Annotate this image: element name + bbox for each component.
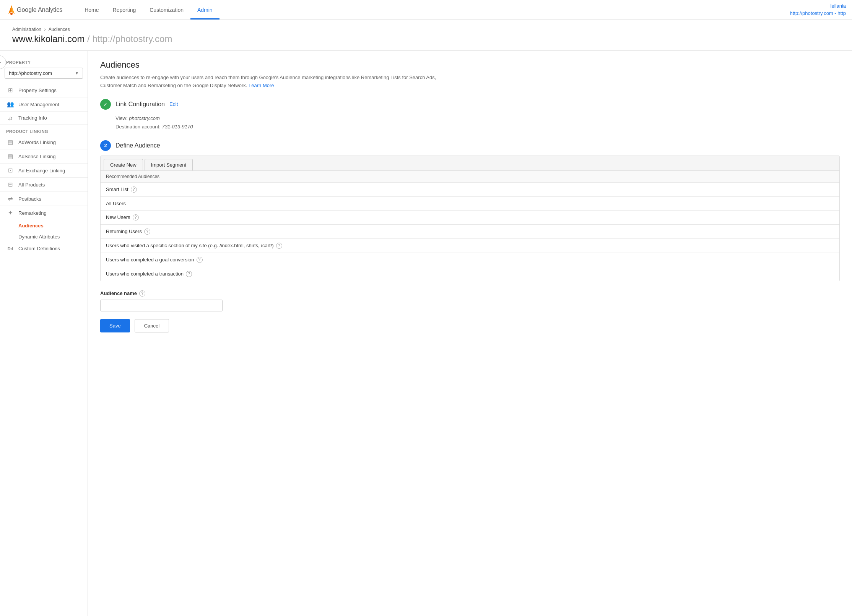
audience-row-all-users[interactable]: All Users xyxy=(101,197,839,211)
sidebar-item-remarketing[interactable]: ✦ Remarketing xyxy=(0,206,88,220)
main-layout: ← PROPERTY http://photostry.com ▼ ⊞ Prop… xyxy=(0,51,852,616)
step1-view: View: photostry.com xyxy=(115,114,840,123)
audience-name-label: Audience name ? xyxy=(100,290,840,297)
step2-section: 2 Define Audience Create New Import Segm… xyxy=(100,140,840,281)
sidebar-item-property-settings[interactable]: ⊞ Property Settings xyxy=(0,83,88,97)
sidebar-item-label: Remarketing xyxy=(18,210,47,216)
ad-exchange-icon: ⊡ xyxy=(6,167,15,174)
logo: Google Analytics xyxy=(6,5,62,15)
header: Google Analytics Home Reporting Customiz… xyxy=(0,0,852,20)
postbacks-icon: ⇌ xyxy=(6,195,15,202)
content-description: Create audiences to re-engage with your … xyxy=(100,74,444,90)
sidebar-item-ad-exchange[interactable]: ⊡ Ad Exchange Linking xyxy=(0,164,88,178)
step1-dest-label: Destination account: xyxy=(115,124,161,130)
property-settings-icon: ⊞ xyxy=(6,87,15,94)
sidebar-item-tracking-info[interactable]: .js Tracking Info xyxy=(0,112,88,125)
audience-row-visited-section[interactable]: Users who visited a specific section of … xyxy=(101,239,839,253)
sidebar-item-label: Postbacks xyxy=(18,196,41,202)
nav-admin[interactable]: Admin xyxy=(190,0,220,19)
step1-check-icon: ✓ xyxy=(100,99,111,110)
returning-users-help-icon[interactable]: ? xyxy=(144,229,150,235)
audience-completed-goal-label: Users who completed a goal conversion xyxy=(106,257,194,263)
audience-completed-transaction-label: Users who completed a transaction xyxy=(106,271,184,277)
audience-smart-list-label: Smart List xyxy=(106,186,128,192)
sidebar-item-label: AdSense Linking xyxy=(18,154,56,159)
sidebar-item-postbacks[interactable]: ⇌ Postbacks xyxy=(0,192,88,206)
audience-row-returning-users[interactable]: Returning Users ? xyxy=(101,225,839,239)
audience-name-section: Audience name ? xyxy=(100,290,840,311)
step1-destination: Destination account: 731-013-9170 xyxy=(115,123,840,131)
user-name: leilania xyxy=(790,3,846,10)
app-name: Google Analytics xyxy=(17,6,62,13)
save-button[interactable]: Save xyxy=(100,319,130,332)
breadcrumb-audiences: Audiences xyxy=(49,27,70,32)
svg-marker-1 xyxy=(11,5,15,14)
step1-edit-link[interactable]: Edit xyxy=(169,101,178,107)
nav-home[interactable]: Home xyxy=(78,0,106,19)
sidebar-item-user-management[interactable]: 👥 User Management xyxy=(0,97,88,112)
audience-tabs: Create New Import Segment xyxy=(101,156,839,171)
sidebar-property-label: PROPERTY xyxy=(0,57,88,66)
action-buttons: Save Cancel xyxy=(100,319,840,332)
step2-num-icon: 2 xyxy=(100,140,111,151)
step1-section: ✓ Link Configuration Edit View: photostr… xyxy=(100,99,840,131)
breadcrumb-admin[interactable]: Administration xyxy=(12,27,41,32)
property-dropdown[interactable]: http://photostry.com ▼ xyxy=(5,68,83,79)
step2-title: Define Audience xyxy=(115,142,160,149)
adsense-icon: ▤ xyxy=(6,153,15,160)
sidebar-item-label: Custom Definitions xyxy=(18,246,60,251)
completed-transaction-help-icon[interactable]: ? xyxy=(186,271,192,277)
property-dropdown-value: http://photostry.com xyxy=(9,70,52,76)
page-title-sub: / http://photostry.com xyxy=(87,34,172,44)
sidebar-item-label: AdWords Linking xyxy=(18,139,56,145)
visited-section-help-icon[interactable]: ? xyxy=(276,243,282,249)
audience-row-smart-list[interactable]: Smart List ? xyxy=(101,183,839,197)
step1-title: Link Configuration xyxy=(115,101,165,108)
audience-row-new-users[interactable]: New Users ? xyxy=(101,211,839,225)
nav-customization[interactable]: Customization xyxy=(143,0,190,19)
tab-create-new[interactable]: Create New xyxy=(104,159,143,170)
remarketing-icon: ✦ xyxy=(6,209,15,216)
audience-visited-section-label: Users who visited a specific section of … xyxy=(106,243,274,248)
all-products-icon: ⊟ xyxy=(6,181,15,188)
tab-import-segment[interactable]: Import Segment xyxy=(145,159,193,170)
new-users-help-icon[interactable]: ? xyxy=(133,214,139,220)
step1-view-value: photostry.com xyxy=(129,115,160,121)
user-info: leilania http://photostry.com - http xyxy=(790,3,846,16)
content-area: Audiences Create audiences to re-engage … xyxy=(88,51,852,616)
completed-goal-help-icon[interactable]: ? xyxy=(197,257,203,263)
step1-dest-value: 731-013-9170 xyxy=(162,124,193,130)
sidebar-item-audiences[interactable]: Audiences xyxy=(0,220,88,231)
audience-new-users-label: New Users xyxy=(106,214,130,220)
svg-point-2 xyxy=(10,13,13,15)
cancel-button[interactable]: Cancel xyxy=(135,319,169,332)
sidebar-item-label: Property Settings xyxy=(18,88,57,93)
audience-returning-users-label: Returning Users xyxy=(106,229,142,234)
page-title: www.kikolani.com / http://photostry.com xyxy=(6,34,846,50)
step1-details: View: photostry.com Destination account:… xyxy=(115,114,840,131)
custom-definitions-icon: Dd xyxy=(6,246,15,251)
step1-header: ✓ Link Configuration Edit xyxy=(100,99,840,110)
sidebar-item-adsense[interactable]: ▤ AdSense Linking xyxy=(0,149,88,164)
learn-more-link[interactable]: Learn More xyxy=(249,83,274,88)
audience-row-completed-goal[interactable]: Users who completed a goal conversion ? xyxy=(101,253,839,267)
content-title: Audiences xyxy=(100,60,840,70)
audience-row-completed-transaction[interactable]: Users who completed a transaction ? xyxy=(101,267,839,281)
audience-name-help-icon[interactable]: ? xyxy=(139,290,145,297)
audience-name-label-text: Audience name xyxy=(100,290,137,296)
breadcrumb-sep: › xyxy=(44,27,47,32)
audience-section-header: Recommended Audiences xyxy=(101,171,839,183)
sidebar: ← PROPERTY http://photostry.com ▼ ⊞ Prop… xyxy=(0,51,88,616)
audience-name-input[interactable] xyxy=(100,300,223,311)
sidebar-item-all-products[interactable]: ⊟ All Products xyxy=(0,178,88,192)
sidebar-item-custom-definitions[interactable]: Dd Custom Definitions xyxy=(0,242,88,255)
nav-reporting[interactable]: Reporting xyxy=(106,0,143,19)
sidebar-product-label: PRODUCT LINKING xyxy=(0,125,88,135)
smart-list-help-icon[interactable]: ? xyxy=(131,186,137,193)
audience-all-users-label: All Users xyxy=(106,201,126,206)
user-url: http://photostry.com - http xyxy=(790,10,846,17)
adwords-icon: ▤ xyxy=(6,139,15,146)
page-title-main: www.kikolani.com xyxy=(12,34,85,44)
sidebar-item-dynamic-attributes[interactable]: Dynamic Attributes xyxy=(0,231,88,242)
sidebar-item-adwords[interactable]: ▤ AdWords Linking xyxy=(0,135,88,149)
